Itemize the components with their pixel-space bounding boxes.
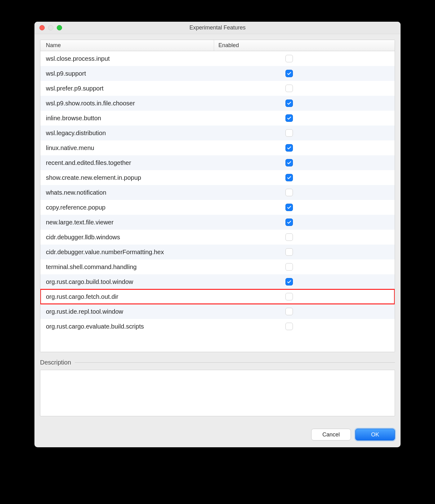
feature-name: wsl.p9.support bbox=[40, 70, 285, 77]
enabled-checkbox[interactable] bbox=[285, 55, 293, 62]
table-row[interactable]: cidr.debugger.value.numberFormatting.hex bbox=[40, 245, 395, 259]
description-textarea[interactable] bbox=[40, 370, 395, 416]
cancel-button[interactable]: Cancel bbox=[311, 429, 351, 440]
feature-name: inline.browse.button bbox=[40, 115, 285, 122]
enabled-checkbox[interactable] bbox=[285, 129, 293, 137]
table-row[interactable]: terminal.shell.command.handling bbox=[40, 259, 395, 274]
enabled-cell bbox=[285, 129, 385, 137]
feature-name: copy.reference.popup bbox=[40, 204, 285, 211]
ok-button[interactable]: OK bbox=[355, 429, 395, 440]
enabled-checkbox[interactable] bbox=[285, 219, 293, 226]
table-row[interactable]: org.rust.ide.repl.tool.window bbox=[40, 304, 395, 319]
table-row[interactable]: wsl.prefer.p9.support bbox=[40, 81, 395, 96]
enabled-checkbox[interactable] bbox=[285, 233, 293, 241]
table-row[interactable]: wsl.p9.show.roots.in.file.chooser bbox=[40, 96, 395, 111]
feature-name: wsl.legacy.distribution bbox=[40, 130, 285, 137]
table-row[interactable]: wsl.p9.support bbox=[40, 66, 395, 81]
description-header: Description bbox=[40, 359, 395, 366]
enabled-cell bbox=[285, 263, 385, 271]
table-row[interactable]: copy.reference.popup bbox=[40, 200, 395, 215]
enabled-cell bbox=[285, 114, 385, 122]
feature-name: show.create.new.element.in.popup bbox=[40, 174, 285, 181]
enabled-cell bbox=[285, 70, 385, 77]
enabled-checkbox[interactable] bbox=[285, 70, 293, 77]
dialog-window: Experimental Features Name Enabled wsl.c… bbox=[34, 22, 401, 447]
enabled-cell bbox=[285, 233, 385, 241]
feature-name: wsl.prefer.p9.support bbox=[40, 85, 285, 92]
window-title: Experimental Features bbox=[34, 24, 401, 31]
table-row[interactable]: whats.new.notification bbox=[40, 185, 395, 200]
table-filler bbox=[40, 334, 395, 352]
feature-name: org.rust.cargo.fetch.out.dir bbox=[40, 293, 285, 300]
enabled-checkbox[interactable] bbox=[285, 159, 293, 166]
table-row[interactable]: linux.native.menu bbox=[40, 140, 395, 155]
close-icon[interactable] bbox=[39, 25, 45, 30]
enabled-checkbox[interactable] bbox=[285, 85, 293, 92]
enabled-cell bbox=[285, 85, 385, 92]
enabled-cell bbox=[285, 308, 385, 315]
feature-name: cidr.debugger.lldb.windows bbox=[40, 234, 285, 241]
minimize-icon bbox=[48, 25, 53, 30]
table-header: Name Enabled bbox=[40, 40, 395, 51]
enabled-cell bbox=[285, 174, 385, 181]
feature-name: whats.new.notification bbox=[40, 189, 285, 196]
content-area: Name Enabled wsl.close.process.inputwsl.… bbox=[34, 34, 401, 422]
table-row[interactable]: wsl.close.process.input bbox=[40, 51, 395, 66]
enabled-cell bbox=[285, 293, 385, 300]
table-row[interactable]: org.rust.cargo.build.tool.window bbox=[40, 274, 395, 289]
enabled-checkbox[interactable] bbox=[285, 204, 293, 211]
feature-name: org.rust.ide.repl.tool.window bbox=[40, 308, 285, 315]
feature-name: org.rust.cargo.evaluate.build.scripts bbox=[40, 323, 285, 330]
enabled-cell bbox=[285, 248, 385, 256]
enabled-cell bbox=[285, 99, 385, 107]
table-row[interactable]: recent.and.edited.files.together bbox=[40, 155, 395, 170]
enabled-cell bbox=[285, 144, 385, 152]
features-table: Name Enabled wsl.close.process.inputwsl.… bbox=[40, 40, 395, 352]
feature-name: wsl.close.process.input bbox=[40, 55, 285, 62]
feature-name: linux.native.menu bbox=[40, 144, 285, 152]
enabled-checkbox[interactable] bbox=[285, 189, 293, 196]
table-row[interactable]: wsl.legacy.distribution bbox=[40, 126, 395, 140]
enabled-cell bbox=[285, 278, 385, 285]
enabled-checkbox[interactable] bbox=[285, 174, 293, 181]
column-header-name[interactable]: Name bbox=[40, 40, 214, 51]
dialog-footer: Cancel OK bbox=[34, 422, 401, 447]
feature-name: cidr.debugger.value.numberFormatting.hex bbox=[40, 249, 285, 256]
titlebar: Experimental Features bbox=[34, 22, 401, 34]
table-row[interactable]: cidr.debugger.lldb.windows bbox=[40, 230, 395, 245]
enabled-cell bbox=[285, 204, 385, 211]
table-row[interactable]: inline.browse.button bbox=[40, 111, 395, 126]
feature-name: org.rust.cargo.build.tool.window bbox=[40, 278, 285, 285]
enabled-cell bbox=[285, 323, 385, 330]
enabled-checkbox[interactable] bbox=[285, 248, 293, 256]
table-row[interactable]: show.create.new.element.in.popup bbox=[40, 170, 395, 185]
table-row[interactable]: new.large.text.file.viewer bbox=[40, 215, 395, 230]
description-label: Description bbox=[40, 359, 71, 366]
enabled-checkbox[interactable] bbox=[285, 99, 293, 107]
enabled-checkbox[interactable] bbox=[285, 293, 293, 300]
enabled-checkbox[interactable] bbox=[285, 308, 293, 315]
feature-name: recent.and.edited.files.together bbox=[40, 159, 285, 166]
enabled-cell bbox=[285, 189, 385, 196]
feature-name: new.large.text.file.viewer bbox=[40, 219, 285, 226]
feature-name: terminal.shell.command.handling bbox=[40, 263, 285, 271]
enabled-cell bbox=[285, 219, 385, 226]
enabled-checkbox[interactable] bbox=[285, 323, 293, 330]
table-row[interactable]: org.rust.cargo.fetch.out.dir bbox=[40, 289, 395, 304]
column-header-enabled[interactable]: Enabled bbox=[214, 42, 239, 49]
table-body: wsl.close.process.inputwsl.p9.supportwsl… bbox=[40, 51, 395, 352]
enabled-cell bbox=[285, 159, 385, 166]
enabled-checkbox[interactable] bbox=[285, 144, 293, 152]
enabled-cell bbox=[285, 55, 385, 62]
window-controls bbox=[34, 25, 62, 30]
description-section: Description bbox=[40, 359, 395, 416]
enabled-checkbox[interactable] bbox=[285, 278, 293, 285]
enabled-checkbox[interactable] bbox=[285, 114, 293, 122]
divider bbox=[75, 362, 395, 363]
feature-name: wsl.p9.show.roots.in.file.chooser bbox=[40, 100, 285, 107]
zoom-icon[interactable] bbox=[57, 25, 62, 30]
enabled-checkbox[interactable] bbox=[285, 263, 293, 271]
table-row[interactable]: org.rust.cargo.evaluate.build.scripts bbox=[40, 319, 395, 334]
